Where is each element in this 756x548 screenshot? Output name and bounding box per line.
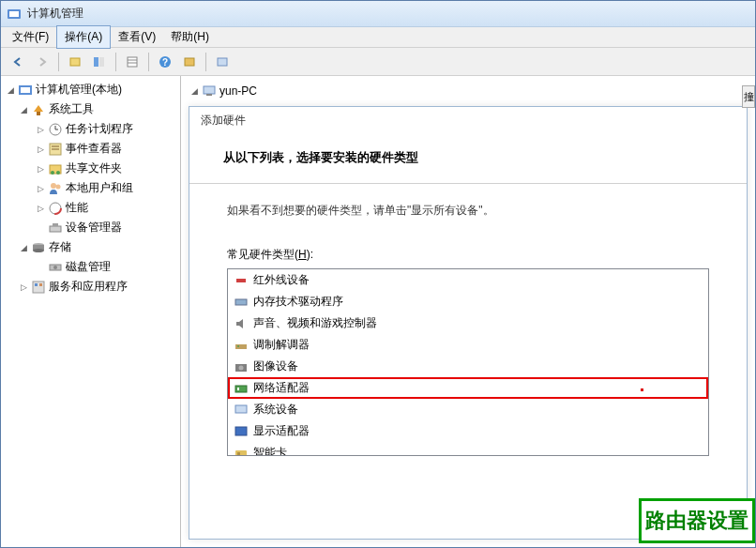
tree-event-viewer[interactable]: ▷ 事件查看器 bbox=[3, 139, 178, 159]
svg-point-45 bbox=[239, 365, 244, 370]
titlebar-text: 计算机管理 bbox=[27, 6, 83, 22]
toolbar-sep bbox=[58, 53, 59, 71]
svg-rect-42 bbox=[235, 344, 247, 349]
svg-rect-51 bbox=[237, 452, 240, 455]
tree-label[interactable]: 共享文件夹 bbox=[66, 160, 122, 176]
svg-rect-14 bbox=[37, 112, 40, 115]
tree-label[interactable]: 存储 bbox=[49, 239, 71, 255]
add-hardware-wizard: 添加硬件 从以下列表，选择要安装的硬件类型 如果看不到想要的硬件类型，请单击"显… bbox=[189, 106, 748, 540]
tree-label[interactable]: 事件查看器 bbox=[66, 141, 122, 157]
main-panel: ◢ yun-PC 添加硬件 从以下列表，选择要安装的硬件类型 如果看不到想要的硬… bbox=[181, 76, 755, 547]
hw-sound-video-game[interactable]: 声音、视频和游戏控制器 bbox=[228, 312, 708, 334]
tree-local-users[interactable]: ▷ 本地用户和组 bbox=[3, 178, 178, 198]
hw-memory-tech-driver[interactable]: 内存技术驱动程序 bbox=[228, 291, 708, 312]
hw-label: 智能卡 bbox=[253, 445, 287, 456]
svg-text:?: ? bbox=[162, 57, 168, 68]
tree-label[interactable]: 任务计划程序 bbox=[66, 121, 133, 137]
toolbar-properties[interactable] bbox=[178, 51, 201, 73]
tree-root[interactable]: ◢ 计算机管理(本地) bbox=[3, 80, 178, 99]
expand-toggle[interactable]: ▷ bbox=[35, 144, 46, 155]
expand-toggle[interactable]: ▷ bbox=[35, 203, 46, 214]
system-tools-icon bbox=[31, 102, 46, 117]
hw-modem[interactable]: 调制解调器 bbox=[228, 334, 708, 356]
hw-network-adapter[interactable]: 网络适配器 bbox=[228, 377, 708, 399]
tree-task-scheduler[interactable]: ▷ 任务计划程序 bbox=[3, 119, 178, 139]
svg-rect-29 bbox=[53, 223, 58, 226]
menu-help[interactable]: 帮助(H) bbox=[163, 26, 217, 48]
expand-toggle[interactable]: ◢ bbox=[18, 104, 29, 115]
expand-toggle[interactable]: ◢ bbox=[18, 242, 29, 253]
menu-file[interactable]: 文件(F) bbox=[5, 26, 56, 48]
svg-point-25 bbox=[56, 184, 61, 189]
toolbar-show-hide[interactable] bbox=[88, 51, 111, 73]
svg-rect-28 bbox=[50, 226, 61, 232]
tree-system-tools[interactable]: ◢ 系统工具 bbox=[3, 99, 178, 119]
disk-icon bbox=[48, 260, 63, 275]
hw-imaging[interactable]: 图像设备 bbox=[228, 356, 708, 377]
computer-management-window: 计算机管理 文件(F) 操作(A) 查看(V) 帮助(H) ? ◢ 计算机管理(… bbox=[0, 0, 756, 548]
hw-system-devices[interactable]: 系统设备 bbox=[228, 399, 708, 420]
tree-device-manager[interactable]: 设备管理器 bbox=[3, 218, 178, 237]
tree-performance[interactable]: ▷ 性能 bbox=[3, 198, 178, 218]
system-device-icon bbox=[234, 403, 249, 418]
device-root-node[interactable]: ◢ yun-PC bbox=[185, 80, 751, 102]
modem-icon bbox=[234, 338, 249, 353]
spacer bbox=[35, 222, 46, 234]
tree-shared-folders[interactable]: ▷ 共享文件夹 bbox=[3, 159, 178, 178]
navigation-tree[interactable]: ◢ 计算机管理(本地) ◢ 系统工具 ▷ 任务计划程序 ▷ 事件查看器 ▷ bbox=[1, 76, 181, 547]
content-area: ◢ 计算机管理(本地) ◢ 系统工具 ▷ 任务计划程序 ▷ 事件查看器 ▷ bbox=[1, 76, 755, 547]
right-panel-toggle[interactable]: 撞 bbox=[742, 85, 755, 108]
services-icon bbox=[31, 280, 46, 295]
svg-point-34 bbox=[53, 266, 57, 269]
tree-label[interactable]: 本地用户和组 bbox=[66, 180, 133, 196]
toolbar-up[interactable] bbox=[64, 51, 86, 73]
device-manager-icon bbox=[48, 221, 63, 236]
hw-infrared[interactable]: 红外线设备 bbox=[228, 269, 708, 291]
svg-rect-5 bbox=[128, 57, 137, 67]
hw-label: 声音、视频和游戏控制器 bbox=[253, 315, 377, 331]
speaker-icon bbox=[234, 316, 249, 331]
tree-storage[interactable]: ◢ 存储 bbox=[3, 237, 178, 257]
camera-icon bbox=[234, 359, 249, 374]
tree-label[interactable]: 系统工具 bbox=[49, 101, 94, 117]
expand-toggle[interactable]: ▷ bbox=[35, 163, 46, 175]
expand-toggle[interactable]: ▷ bbox=[35, 124, 46, 135]
tree-label[interactable]: 计算机管理(本地) bbox=[36, 82, 122, 98]
toolbar-help[interactable]: ? bbox=[154, 51, 176, 73]
svg-rect-3 bbox=[94, 57, 98, 67]
expand-toggle[interactable]: ◢ bbox=[5, 84, 16, 96]
toolbar-scan[interactable] bbox=[211, 51, 234, 73]
expand-toggle[interactable]: ◢ bbox=[189, 85, 200, 97]
tree-label[interactable]: 设备管理器 bbox=[66, 220, 122, 236]
toolbar-forward[interactable] bbox=[31, 51, 53, 73]
titlebar[interactable]: 计算机管理 bbox=[1, 1, 755, 27]
toolbar-sep bbox=[148, 53, 149, 71]
menu-action[interactable]: 操作(A) bbox=[56, 25, 111, 49]
tree-label[interactable]: 服务和应用程序 bbox=[49, 279, 128, 295]
svg-point-23 bbox=[56, 171, 60, 175]
svg-rect-13 bbox=[21, 87, 30, 93]
network-adapter-icon bbox=[234, 381, 249, 396]
hw-smartcard[interactable]: 智能卡 bbox=[228, 442, 708, 456]
tree-services-apps[interactable]: ▷ 服务和应用程序 bbox=[3, 277, 178, 297]
expand-toggle[interactable]: ▷ bbox=[35, 183, 46, 194]
svg-rect-37 bbox=[39, 283, 42, 286]
hardware-types-list[interactable]: 红外线设备 内存技术驱动程序 声音、视频和游戏控制器 调制解调器 bbox=[227, 268, 709, 456]
app-icon bbox=[7, 7, 22, 22]
svg-rect-4 bbox=[99, 57, 104, 67]
users-icon bbox=[48, 181, 63, 196]
clock-icon bbox=[48, 122, 63, 137]
expand-toggle[interactable]: ▷ bbox=[18, 282, 29, 293]
hw-display-adapter[interactable]: 显示适配器 bbox=[228, 420, 708, 442]
svg-rect-40 bbox=[236, 279, 246, 282]
wizard-header: 从以下列表，选择要安装的硬件类型 bbox=[189, 134, 747, 184]
svg-rect-36 bbox=[35, 283, 38, 286]
device-root-label: yun-PC bbox=[219, 84, 257, 98]
tree-label[interactable]: 磁盘管理 bbox=[66, 259, 111, 275]
menu-view[interactable]: 查看(V) bbox=[111, 26, 163, 48]
tree-disk-management[interactable]: 磁盘管理 bbox=[3, 257, 178, 277]
tree-label[interactable]: 性能 bbox=[66, 200, 88, 216]
toolbar-details[interactable] bbox=[121, 51, 144, 73]
toolbar-back[interactable] bbox=[7, 51, 29, 73]
spacer bbox=[35, 262, 46, 273]
